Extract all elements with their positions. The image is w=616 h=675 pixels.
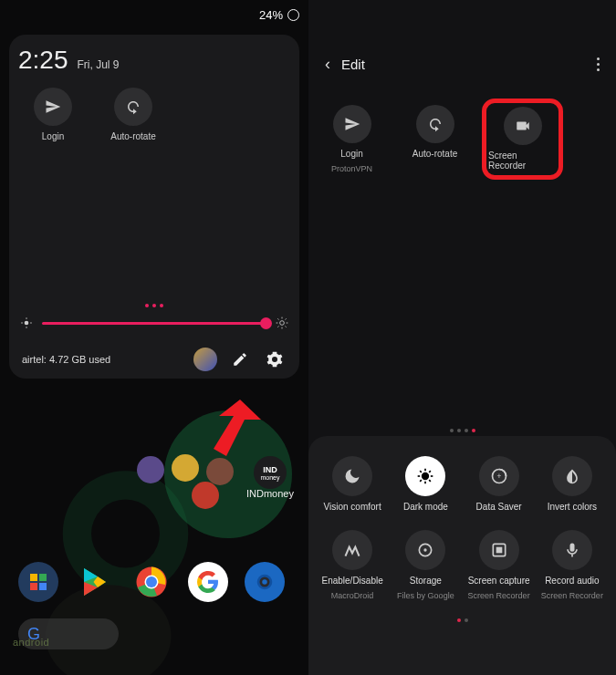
annotation-arrow-icon xyxy=(199,400,263,463)
annotation-highlight-box: Screen Recorder xyxy=(482,99,563,180)
svg-point-28 xyxy=(422,472,429,480)
back-button[interactable]: ‹ xyxy=(325,55,330,74)
tile-label: Record audio xyxy=(545,576,599,586)
tile-sublabel: MacroDroid xyxy=(331,591,374,600)
svg-line-36 xyxy=(430,471,432,472)
brightness-slider-row xyxy=(18,317,290,329)
svg-rect-42 xyxy=(496,547,502,554)
tile-sublabel: Screen Recorder xyxy=(541,591,603,600)
invert-colors-icon xyxy=(563,467,581,485)
svg-point-23 xyxy=(146,576,157,587)
svg-line-35 xyxy=(421,480,423,482)
screenshot-icon xyxy=(490,541,508,559)
tile-label: Login xyxy=(42,131,64,141)
home-dock xyxy=(18,562,285,602)
tile-label: Vision comfort xyxy=(324,502,381,512)
clock-date: Fri, Jul 9 xyxy=(78,58,120,71)
edit-title: Edit xyxy=(341,57,365,72)
qs-tile-login[interactable]: Login xyxy=(26,88,80,141)
dark-mode-icon xyxy=(416,467,434,485)
edit-tile-login[interactable]: Login ProtonVPN xyxy=(318,105,386,173)
qs-tile-auto-rotate[interactable]: Auto-rotate xyxy=(106,88,161,141)
svg-line-13 xyxy=(286,318,287,319)
svg-point-26 xyxy=(262,579,267,585)
edit-pager xyxy=(308,429,616,432)
data-saver-icon: + xyxy=(490,467,508,485)
tile-label: Login xyxy=(340,149,362,159)
tile-invert-colors[interactable]: Invert colors xyxy=(538,456,607,512)
tile-label: Dark mode xyxy=(403,502,448,512)
chrome-icon[interactable] xyxy=(131,562,172,602)
slider-thumb[interactable] xyxy=(260,317,272,329)
svg-rect-20 xyxy=(39,583,47,590)
rotate-icon xyxy=(427,116,444,132)
tile-screen-capture[interactable]: Screen capture Screen Recorder xyxy=(465,530,534,600)
clock-time: 2:25 xyxy=(18,46,68,75)
tile-label: Auto-rotate xyxy=(110,131,155,141)
indmoney-label: INDmoney xyxy=(246,488,294,499)
macrodroid-icon xyxy=(343,541,361,559)
tile-label: Screen Recorder xyxy=(488,151,557,171)
status-bar: 24% xyxy=(0,0,308,30)
tile-sublabel: ProtonVPN xyxy=(331,164,372,173)
svg-marker-27 xyxy=(214,400,261,456)
battery-icon xyxy=(287,9,299,21)
send-icon xyxy=(344,116,360,132)
play-store-icon[interactable] xyxy=(75,562,115,602)
tile-storage[interactable]: Storage Files by Google xyxy=(391,530,460,600)
storage-icon xyxy=(416,541,434,559)
clock-row: 2:25 Fri, Jul 9 xyxy=(18,46,290,75)
svg-rect-19 xyxy=(30,583,37,590)
watermark-text: android xyxy=(13,637,49,648)
svg-line-34 xyxy=(430,480,432,482)
page-indicator xyxy=(18,304,290,307)
svg-rect-17 xyxy=(30,574,37,581)
quick-settings-pane: 24% 2:25 Fri, Jul 9 Login Auto-rotate xyxy=(0,0,308,675)
brightness-low-icon xyxy=(20,317,33,329)
svg-line-10 xyxy=(277,318,278,319)
available-tiles-sheet: Vision comfort Dark mode + Data Saver In… xyxy=(308,436,616,675)
svg-line-11 xyxy=(286,327,287,327)
tile-dark-mode[interactable]: Dark mode xyxy=(391,456,460,512)
svg-point-5 xyxy=(280,321,285,326)
available-tiles-pager xyxy=(318,618,607,622)
svg-rect-43 xyxy=(569,544,574,552)
send-icon xyxy=(45,99,61,115)
data-usage[interactable]: airtel: 4.72 GB used xyxy=(22,354,110,365)
tile-label: Enable/Disable xyxy=(321,576,382,586)
qs-footer: airtel: 4.72 GB used xyxy=(18,348,290,371)
tile-label: Storage xyxy=(410,576,442,586)
tile-sublabel: Files by Google xyxy=(397,591,454,600)
tile-macrodroid[interactable]: Enable/Disable MacroDroid xyxy=(318,530,387,600)
auto-brightness-icon[interactable] xyxy=(276,317,288,329)
tile-sublabel: Screen Recorder xyxy=(468,591,530,600)
video-camera-icon xyxy=(515,118,531,134)
svg-point-0 xyxy=(25,321,29,326)
battery-percent: 24% xyxy=(259,8,283,22)
tile-label: Data Saver xyxy=(476,502,522,512)
gear-icon xyxy=(266,351,283,368)
tile-data-saver[interactable]: + Data Saver xyxy=(465,456,534,512)
svg-point-40 xyxy=(424,548,427,551)
pencil-icon xyxy=(232,351,248,368)
edit-tiles-pane: ‹ Edit Login ProtonVPN Auto-rotate xyxy=(308,0,616,675)
overflow-menu-button[interactable] xyxy=(597,57,600,71)
edit-tile-auto-rotate[interactable]: Auto-rotate xyxy=(401,105,469,173)
svg-line-33 xyxy=(421,471,423,472)
edit-tile-screen-recorder[interactable]: Screen Recorder xyxy=(488,107,557,171)
microphone-icon xyxy=(563,541,581,559)
tile-vision-comfort[interactable]: Vision comfort xyxy=(318,456,387,512)
edit-tiles-button[interactable] xyxy=(228,348,252,371)
user-avatar-button[interactable] xyxy=(193,348,217,371)
tile-label: Screen capture xyxy=(468,576,530,586)
svg-line-12 xyxy=(277,327,278,327)
svg-text:+: + xyxy=(496,472,501,481)
tile-label: Auto-rotate xyxy=(412,149,457,159)
tile-record-audio[interactable]: Record audio Screen Recorder xyxy=(538,530,607,600)
quick-settings-panel: 2:25 Fri, Jul 9 Login Auto-rotate xyxy=(9,35,299,379)
brightness-slider[interactable] xyxy=(42,322,266,325)
google-icon[interactable] xyxy=(188,562,228,602)
dock-app-1[interactable] xyxy=(18,562,58,602)
camera-icon[interactable] xyxy=(245,562,285,602)
settings-button[interactable] xyxy=(263,348,287,371)
